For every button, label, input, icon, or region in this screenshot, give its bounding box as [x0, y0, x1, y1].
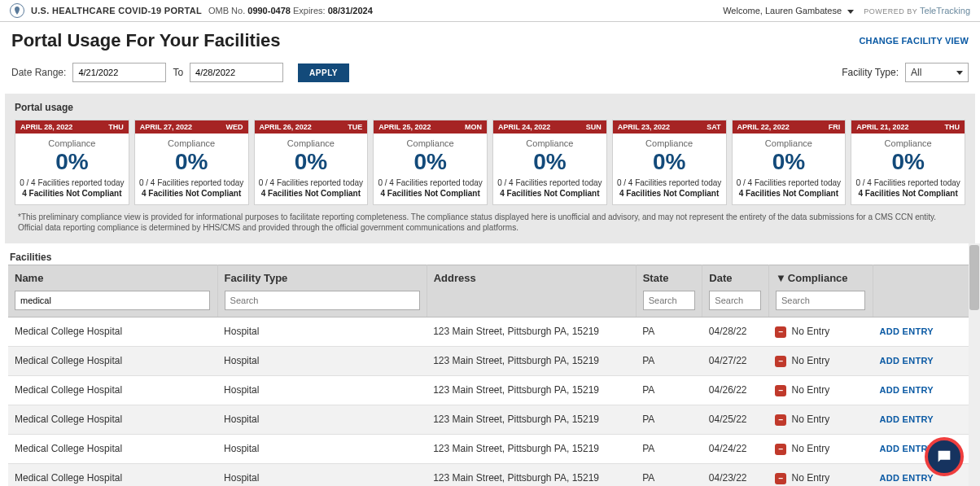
card-dow: Tue [348, 123, 362, 131]
col-header-state[interactable]: State [636, 265, 702, 287]
compliance-value: 0% [736, 150, 842, 175]
facility-type-label: Facility Type: [842, 67, 899, 78]
scrollbar[interactable] [969, 243, 980, 486]
card-header: APRIL 23, 2022Sat [613, 120, 726, 134]
card-date: APRIL 21, 2022 [856, 123, 908, 131]
compliance-card[interactable]: APRIL 24, 2022SunCompliance0%0 / 4 Facil… [492, 120, 607, 205]
compliance-card[interactable]: APRIL 26, 2022TueCompliance0%0 / 4 Facil… [254, 120, 369, 205]
card-body: Compliance0%0 / 4 Facilities reported to… [255, 134, 368, 204]
card-dow: Sat [707, 123, 720, 131]
chat-widget-button[interactable] [925, 437, 964, 476]
hhs-logo-icon [10, 3, 24, 18]
search-date-input[interactable] [709, 291, 761, 310]
cell-compliance: −No Entry [768, 463, 873, 486]
compliance-value: 0% [855, 150, 961, 175]
table-row: Medical College HospitalHospital123 Main… [8, 434, 972, 463]
add-entry-link[interactable]: ADD ENTRY [879, 414, 933, 424]
add-entry-link[interactable]: ADD ENTRY [879, 473, 933, 483]
reported-line: 0 / 4 Facilities reported today [855, 178, 961, 187]
add-entry-link[interactable]: ADD ENTRY [879, 326, 933, 336]
cell-address: 123 Main Street, Pittsburgh PA, 15219 [427, 317, 636, 346]
cell-compliance: −No Entry [768, 405, 873, 434]
compliance-label: Compliance [377, 138, 483, 148]
compliance-label: Compliance [616, 138, 723, 148]
cell-action: ADD ENTRY [873, 346, 971, 375]
cell-action: ADD ENTRY [873, 317, 971, 346]
not-compliant-line: 4 Facilities Not Compliant [736, 189, 842, 198]
cell-type: Hospital [217, 463, 427, 486]
not-compliant-line: 4 Facilities Not Compliant [258, 189, 365, 198]
cell-date: 04/28/22 [702, 317, 769, 346]
compliance-card[interactable]: APRIL 27, 2022WedCompliance0%0 / 4 Facil… [134, 120, 249, 205]
cell-name: Medical College Hospital [8, 463, 217, 486]
compliance-value: 0% [138, 150, 245, 175]
cell-date: 04/27/22 [702, 346, 769, 375]
not-compliant-line: 4 Facilities Not Compliant [377, 189, 483, 198]
compliance-card[interactable]: APRIL 28, 2022ThuCompliance0%0 / 4 Facil… [15, 120, 129, 205]
page-header: Portal Usage For Your Facilities CHANGE … [0, 22, 980, 56]
compliance-card[interactable]: APRIL 21, 2022ThuCompliance0%0 / 4 Facil… [851, 120, 965, 205]
apply-button[interactable]: APPLY [298, 63, 349, 82]
change-facility-view-link[interactable]: CHANGE FACILITY VIEW [859, 36, 969, 46]
col-header-type[interactable]: Facility Type [217, 265, 427, 287]
card-body: Compliance0%0 / 4 Facilities reported to… [15, 134, 129, 204]
portal-usage-label: Portal usage [15, 102, 965, 120]
search-name-input[interactable] [15, 291, 210, 310]
compliance-value: 0% [258, 150, 365, 175]
col-header-compliance[interactable]: ▼Compliance [768, 265, 873, 287]
compliance-value: 0% [19, 150, 125, 175]
date-to-input[interactable] [190, 63, 283, 82]
chat-icon [935, 448, 953, 466]
compliance-value: 0% [616, 150, 723, 175]
compliance-card[interactable]: APRIL 23, 2022SatCompliance0%0 / 4 Facil… [612, 120, 727, 205]
scrollbar-thumb[interactable] [969, 245, 979, 310]
facility-type-select[interactable]: All [905, 63, 969, 82]
compliance-card[interactable]: APRIL 25, 2022MonCompliance0%0 / 4 Facil… [373, 120, 488, 205]
card-header: APRIL 25, 2022Mon [374, 120, 487, 134]
no-entry-icon: − [775, 414, 786, 426]
reported-line: 0 / 4 Facilities reported today [258, 178, 365, 187]
col-header-compliance-text: Compliance [788, 272, 848, 284]
cell-state: PA [636, 375, 702, 405]
cell-name: Medical College Hospital [8, 346, 217, 375]
card-header: APRIL 27, 2022Wed [135, 120, 248, 134]
cell-state: PA [636, 317, 702, 346]
cell-address: 123 Main Street, Pittsburgh PA, 15219 [427, 434, 636, 463]
cell-compliance: −No Entry [768, 317, 873, 346]
facilities-section: Facilities Name Facility Type Address St… [0, 243, 980, 486]
card-date: APRIL 23, 2022 [618, 123, 670, 131]
search-state-input[interactable] [643, 291, 695, 310]
compliance-label: Compliance [497, 138, 603, 148]
add-entry-link[interactable]: ADD ENTRY [879, 356, 933, 366]
facility-type-value: All [911, 67, 921, 78]
col-header-date[interactable]: Date [702, 265, 769, 287]
reported-line: 0 / 4 Facilities reported today [736, 178, 842, 187]
caret-down-icon [847, 10, 854, 14]
cell-action: ADD ENTRY [873, 375, 971, 405]
add-entry-link[interactable]: ADD ENTRY [879, 385, 933, 395]
omb-info: OMB No. 0990-0478 Expires: 08/31/2024 [208, 6, 373, 15]
to-label: To [173, 67, 183, 78]
not-compliant-line: 4 Facilities Not Compliant [855, 189, 961, 198]
reported-line: 0 / 4 Facilities reported today [497, 178, 603, 187]
search-compliance-input[interactable] [776, 291, 865, 310]
card-header: APRIL 28, 2022Thu [15, 120, 129, 134]
user-menu[interactable]: Welcome, Lauren Gambatese [723, 6, 854, 15]
powered-label: POWERED BY [864, 7, 917, 15]
reported-line: 0 / 4 Facilities reported today [377, 178, 483, 187]
date-from-input[interactable] [72, 63, 166, 82]
col-header-address[interactable]: Address [427, 265, 636, 287]
card-dow: Thu [945, 123, 960, 131]
cell-date: 04/23/22 [702, 463, 769, 486]
compliance-card[interactable]: APRIL 22, 2022FriCompliance0%0 / 4 Facil… [732, 120, 847, 205]
no-entry-icon: − [775, 326, 786, 338]
cell-state: PA [636, 463, 702, 486]
card-body: Compliance0%0 / 4 Facilities reported to… [851, 134, 965, 204]
portal-name: U.S. HEALTHCARE COVID-19 PORTAL [31, 6, 202, 15]
card-date: APRIL 22, 2022 [737, 123, 790, 131]
card-body: Compliance0%0 / 4 Facilities reported to… [613, 134, 726, 204]
col-header-name[interactable]: Name [8, 265, 217, 287]
search-type-input[interactable] [225, 291, 420, 310]
expires-date: 08/31/2024 [328, 6, 373, 15]
not-compliant-line: 4 Facilities Not Compliant [616, 189, 723, 198]
